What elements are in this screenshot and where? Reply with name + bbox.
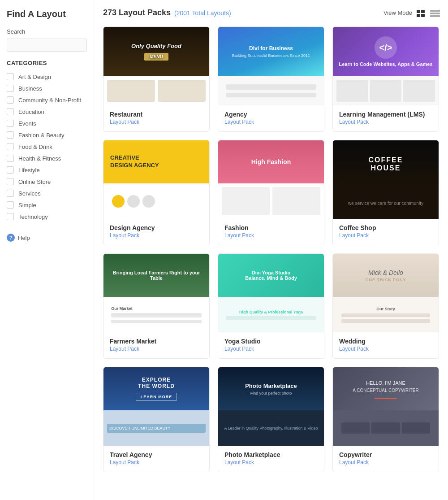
category-checkbox[interactable]: [7, 166, 14, 174]
category-item-services[interactable]: Services: [7, 187, 87, 199]
card-info: Copywriter Layout Pack: [333, 446, 439, 472]
help-icon: ?: [7, 234, 15, 242]
card-subtitle: Layout Pack: [224, 119, 318, 125]
card-subtitle: Layout Pack: [110, 119, 203, 125]
category-item-business[interactable]: Business: [7, 83, 87, 94]
list-view-icon[interactable]: [429, 9, 439, 17]
category-checkbox[interactable]: [7, 96, 14, 104]
card-image: EXPLORETHE WORLDLEARN MOREDISCOVER UNLIM…: [103, 367, 209, 446]
category-checkbox[interactable]: [7, 143, 14, 150]
card-title: Travel Agency: [110, 451, 203, 458]
category-label: Community & Non-Profit: [18, 97, 81, 104]
layout-card-lms[interactable]: </>Learn to Code Websites, Apps & Games …: [332, 26, 439, 132]
category-label: Online Store: [18, 178, 51, 185]
card-info: Agency Layout Pack: [218, 105, 324, 131]
layout-card-photo[interactable]: Photo MarketplaceFind your perfect photo…: [218, 367, 324, 472]
layout-card-travel[interactable]: EXPLORETHE WORLDLEARN MOREDISCOVER UNLIM…: [103, 367, 210, 472]
category-item-lifestyle[interactable]: Lifestyle: [7, 164, 87, 176]
card-title: Farmers Market: [110, 338, 203, 345]
category-checkbox[interactable]: [7, 190, 14, 197]
card-subtitle: Layout Pack: [339, 119, 432, 125]
layout-card-agency[interactable]: Divi for BusinessBuilding Successful Bus…: [218, 26, 324, 132]
category-label: Art & Design: [18, 74, 51, 80]
view-mode-label: View Mode: [383, 9, 412, 16]
category-item-health---fitness[interactable]: Health & Fitness: [7, 152, 87, 164]
card-subtitle: Layout Pack: [339, 232, 432, 239]
sidebar: Find A Layout Search Categories Art & De…: [0, 0, 94, 500]
category-label: Health & Fitness: [18, 155, 61, 162]
category-label: Lifestyle: [18, 167, 40, 174]
category-label: Events: [18, 120, 36, 127]
card-info: Photo Marketplace Layout Pack: [218, 446, 324, 472]
category-item-fashion---beauty[interactable]: Fashion & Beauty: [7, 129, 87, 141]
category-item-community---non-profit[interactable]: Community & Non-Profit: [7, 94, 87, 106]
main-content: 273 Layout Packs (2001 Total Layouts) Vi…: [94, 0, 448, 500]
card-info: Coffee Shop Layout Pack: [333, 219, 439, 245]
card-subtitle: Layout Pack: [110, 232, 203, 239]
card-subtitle: Layout Pack: [110, 346, 203, 352]
card-title: Copywriter: [339, 451, 432, 458]
search-input[interactable]: [7, 39, 87, 52]
card-image: Only Quality FoodMENU: [103, 27, 209, 105]
layout-card-fashion[interactable]: High Fashion Fashion Layout Pack: [218, 140, 324, 245]
card-subtitle: Layout Pack: [339, 346, 432, 352]
card-title: Restaurant: [110, 111, 203, 118]
card-info: Farmers Market Layout Pack: [103, 332, 209, 358]
card-image: Divi Yoga StudioBalance, Mind & BodyHigh…: [218, 254, 324, 332]
layout-card-wedding[interactable]: Mick & DelloONE TRICK PONYOur Story Wedd…: [332, 253, 439, 359]
card-image: Photo MarketplaceFind your perfect photo…: [218, 367, 324, 446]
total-layouts: (2001 Total Layouts): [174, 9, 231, 17]
card-title: Wedding: [339, 338, 432, 345]
layout-card-farmers[interactable]: Bringing Local Farmers Right to your Tab…: [103, 253, 210, 359]
card-subtitle: Layout Pack: [339, 459, 432, 465]
card-info: Restaurant Layout Pack: [103, 105, 209, 131]
category-label: Food & Drink: [18, 143, 52, 150]
category-checkbox[interactable]: [7, 213, 14, 220]
category-item-technology[interactable]: Technology: [7, 211, 87, 222]
category-item-food---drink[interactable]: Food & Drink: [7, 141, 87, 152]
card-title: Design Agency: [110, 224, 203, 231]
card-image: Bringing Local Farmers Right to your Tab…: [103, 254, 209, 332]
category-checkbox[interactable]: [7, 120, 14, 127]
card-image: HELLO, I'M JANEA CONCEPTUAL COPYWRITER: [333, 367, 439, 446]
category-item-art---design[interactable]: Art & Design: [7, 71, 87, 83]
category-item-simple[interactable]: Simple: [7, 199, 87, 211]
help-button[interactable]: ? Help: [7, 234, 87, 242]
category-checkbox[interactable]: [7, 178, 14, 185]
card-info: Design Agency Layout Pack: [103, 219, 209, 245]
category-checkbox[interactable]: [7, 85, 14, 92]
layout-card-copywriter[interactable]: HELLO, I'M JANEA CONCEPTUAL COPYWRITER C…: [332, 367, 439, 472]
category-item-events[interactable]: Events: [7, 117, 87, 129]
card-info: Learning Management (LMS) Layout Pack: [333, 105, 439, 131]
card-subtitle: Layout Pack: [110, 459, 203, 465]
grid-view-icon[interactable]: [416, 9, 426, 17]
view-mode-controls: View Mode: [383, 9, 439, 17]
layout-card-yoga[interactable]: Divi Yoga StudioBalance, Mind & BodyHigh…: [218, 253, 324, 359]
category-checkbox[interactable]: [7, 73, 14, 80]
card-info: Yoga Studio Layout Pack: [218, 332, 324, 358]
main-header: 273 Layout Packs (2001 Total Layouts) Vi…: [103, 8, 439, 17]
category-checkbox[interactable]: [7, 108, 14, 115]
layout-card-design-agency[interactable]: CREATIVEDESIGN AGENCY Design Agency Layo…: [103, 140, 210, 245]
card-image: Divi for BusinessBuilding Successful Bus…: [218, 27, 324, 105]
card-title: Photo Marketplace: [224, 451, 318, 458]
card-subtitle: Layout Pack: [224, 459, 318, 465]
category-label: Technology: [18, 213, 48, 220]
category-checkbox[interactable]: [7, 201, 14, 209]
card-image: CREATIVEDESIGN AGENCY: [103, 140, 209, 219]
category-checkbox[interactable]: [7, 155, 14, 162]
category-checkbox[interactable]: [7, 131, 14, 139]
card-title: Agency: [224, 111, 318, 118]
category-label: Simple: [18, 202, 36, 209]
card-image: </>Learn to Code Websites, Apps & Games: [333, 27, 439, 105]
card-image: High Fashion: [218, 140, 324, 219]
category-item-online-store[interactable]: Online Store: [7, 176, 87, 187]
category-label: Education: [18, 109, 44, 115]
card-info: Wedding Layout Pack: [333, 332, 439, 358]
header-left: 273 Layout Packs (2001 Total Layouts): [103, 8, 231, 17]
layout-card-restaurant[interactable]: Only Quality FoodMENU Restaurant Layout …: [103, 26, 210, 132]
category-item-education[interactable]: Education: [7, 106, 87, 117]
search-label: Search: [7, 28, 87, 35]
layout-card-coffee[interactable]: COFFEEHOUSEwe service we care for our co…: [332, 140, 439, 245]
category-label: Services: [18, 190, 41, 197]
